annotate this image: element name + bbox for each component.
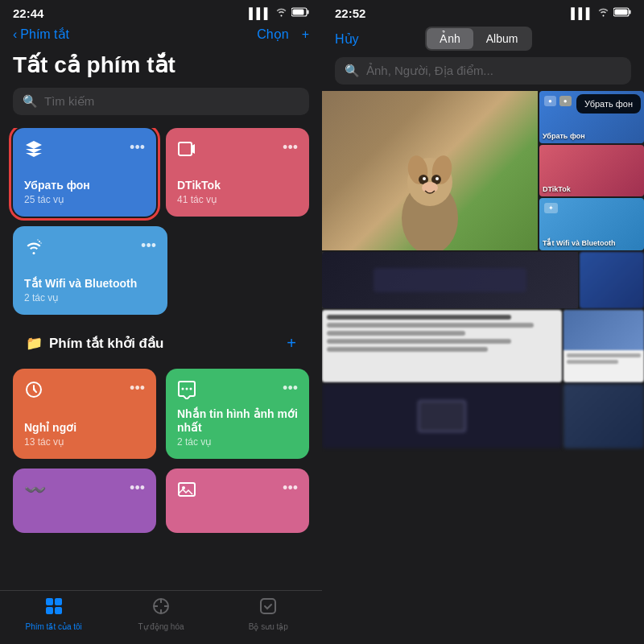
section-header-left: 📁 Phím tắt khởi đầu — [26, 335, 163, 352]
search-placeholder: Tìm kiếm — [44, 94, 94, 109]
more-button-1[interactable]: ••• — [130, 139, 145, 156]
section-title: Phím tắt khởi đầu — [49, 335, 163, 352]
battery-icon — [291, 7, 309, 19]
chevron-left-icon: ‹ — [13, 27, 17, 42]
message-icon — [177, 380, 196, 404]
blue-card-photo[interactable] — [580, 252, 644, 308]
photo-search-icon: 🔍 — [345, 64, 360, 78]
svg-rect-1 — [308, 10, 309, 14]
article-photo-1[interactable] — [322, 310, 562, 382]
shortcut-card-nghi-ngoi[interactable]: ••• Nghỉ ngơi 13 tác vụ — [13, 369, 156, 459]
thumb-dtiktok[interactable]: DTikTok — [539, 145, 644, 197]
svg-rect-13 — [46, 598, 53, 605]
back-button[interactable]: ‹ Phím tắt — [13, 27, 69, 42]
svg-rect-3 — [179, 142, 192, 155]
more-button-5[interactable]: ••• — [283, 380, 298, 397]
quokka-photo[interactable] — [322, 91, 538, 250]
photo-second-row — [322, 252, 644, 644]
svg-point-4 — [39, 241, 40, 242]
wifi-icon — [275, 7, 287, 19]
overlay-label: Убрать фон — [576, 94, 641, 114]
svg-point-27 — [423, 177, 426, 180]
nav-actions: Chọn + — [257, 27, 309, 42]
photo-search-bar[interactable]: 🔍 Ảnh, Người, Địa điểm... — [335, 57, 631, 85]
svg-point-10 — [190, 388, 192, 390]
time-left: 22:44 — [13, 6, 43, 20]
card-subtitle-2: 41 tác vụ — [177, 194, 298, 205]
thumb-label-1: Убрать фон — [543, 132, 641, 140]
svg-rect-20 — [615, 10, 628, 15]
card-content-2: DTikTok 41 tác vụ — [177, 175, 298, 205]
tab-photos[interactable]: Ảnh — [427, 28, 473, 49]
tab-album[interactable]: Album — [473, 28, 531, 49]
shortcut-card-wifi[interactable]: ••• Tắt Wifi và Bluetooth 2 tác vụ — [13, 226, 167, 315]
shortcut-card-purple[interactable]: 〰️ ••• — [13, 469, 156, 533]
photo-search-placeholder: Ảnh, Người, Địa điểm... — [366, 64, 493, 78]
right-panel: 22:52 ▌▌▌ Hủy Ảnh — [322, 0, 644, 644]
tab-my-shortcuts[interactable]: Phím tắt của tôi — [0, 597, 107, 631]
signal-icon: ▌▌▌ — [249, 7, 271, 19]
card-subtitle-3: 2 tác vụ — [24, 292, 156, 303]
more-button-3[interactable]: ••• — [141, 237, 156, 254]
time-right: 22:52 — [335, 6, 365, 20]
card-title-2: DTikTok — [177, 179, 298, 192]
svg-point-5 — [37, 239, 38, 240]
automation-icon — [152, 597, 170, 620]
svg-point-28 — [436, 177, 439, 180]
wifi-right-icon — [597, 7, 609, 19]
shortcuts-row-2: ••• Tắt Wifi và Bluetooth 2 tác vụ — [13, 226, 309, 315]
laptop-photo[interactable] — [322, 384, 562, 448]
chon-button[interactable]: Chọn — [257, 27, 288, 42]
thumb-wifi[interactable]: ✦ Tắt Wifi và Bluetooth — [539, 198, 644, 250]
card-top-6: 〰️ ••• — [24, 480, 145, 501]
shortcut-card-nhan-tin[interactable]: ••• Nhắn tin hình ảnh mới nhất 2 tác vụ — [166, 369, 309, 459]
thumbnails-column: ● ● Убрать фон DTikTok ✦ — [539, 91, 644, 250]
shortcut-card-dtiktok[interactable]: ••• DTikTok 41 tác vụ — [166, 128, 309, 217]
add-shortcut-button[interactable]: + — [302, 27, 309, 42]
battery-right-icon — [613, 7, 631, 19]
folder-icon: 📁 — [26, 335, 43, 352]
left-panel: 22:44 ▌▌▌ ‹ Phím tắt — [0, 0, 322, 644]
dark-photo-2[interactable] — [564, 384, 644, 448]
svg-rect-16 — [55, 607, 62, 614]
tab-label-automation: Tự động hóa — [138, 622, 184, 631]
svg-point-8 — [186, 388, 188, 390]
article-photo-2[interactable] — [564, 310, 644, 382]
photo-tabs: Ảnh Album — [365, 27, 592, 51]
photo-nav: Hủy Ảnh Album — [322, 23, 644, 57]
signal-right-icon: ▌▌▌ — [571, 7, 593, 19]
svg-point-29 — [422, 182, 438, 193]
card-subtitle-1: 25 tác vụ — [24, 194, 145, 205]
waveform-icon: 〰️ — [24, 480, 46, 501]
more-button-2[interactable]: ••• — [283, 139, 298, 156]
card-content-5: Nhắn tin hình ảnh mới nhất 2 tác vụ — [177, 404, 298, 448]
nav-bar-left: ‹ Phím tắt Chọn + — [0, 23, 322, 48]
dark-photo-1[interactable] — [322, 252, 578, 308]
shortcuts-row-3: ••• Nghỉ ngơi 13 tác vụ — [13, 369, 309, 459]
photo-row-2 — [322, 252, 644, 308]
more-button-4[interactable]: ••• — [130, 380, 145, 397]
more-button-7[interactable]: ••• — [283, 480, 298, 497]
shortcut-card-ubrat-fon[interactable]: ••• Убрать фон 25 tác vụ — [13, 128, 156, 217]
shortcuts-grid: ••• Убрать фон 25 tác vụ ••• — [0, 128, 322, 590]
tab-automation[interactable]: Tự động hóa — [107, 597, 214, 631]
photo-grid: ● ● Убрать фон DTikTok ✦ — [322, 91, 644, 644]
more-button-6[interactable]: ••• — [130, 480, 145, 497]
thumb-label-2: DTikTok — [543, 185, 641, 193]
tab-collection[interactable]: Bộ sưu tập — [215, 597, 322, 631]
tab-segmented: Ảnh Album — [425, 27, 532, 51]
status-icons-left: ▌▌▌ — [249, 7, 309, 19]
page-title: Tất cả phím tắt — [0, 48, 322, 88]
tab-bar: Phím tắt của tôi Tự động hóa Bộ sưu tập — [0, 590, 322, 644]
section-add-button[interactable]: + — [287, 334, 296, 353]
photo-main-row: ● ● Убрать фон DTikTok ✦ — [322, 91, 644, 252]
shortcut-card-pink2[interactable]: ••• — [166, 469, 309, 533]
card-title-5: Nhắn tin hình ảnh mới nhất — [177, 407, 298, 435]
cancel-button[interactable]: Hủy — [335, 31, 359, 47]
svg-point-9 — [182, 388, 184, 390]
svg-rect-2 — [293, 10, 304, 15]
svg-rect-15 — [46, 607, 53, 614]
card-content-1: Убрать фон 25 tác vụ — [24, 175, 145, 205]
search-bar[interactable]: 🔍 Tìm kiếm — [13, 88, 309, 115]
grid-icon — [45, 597, 63, 620]
